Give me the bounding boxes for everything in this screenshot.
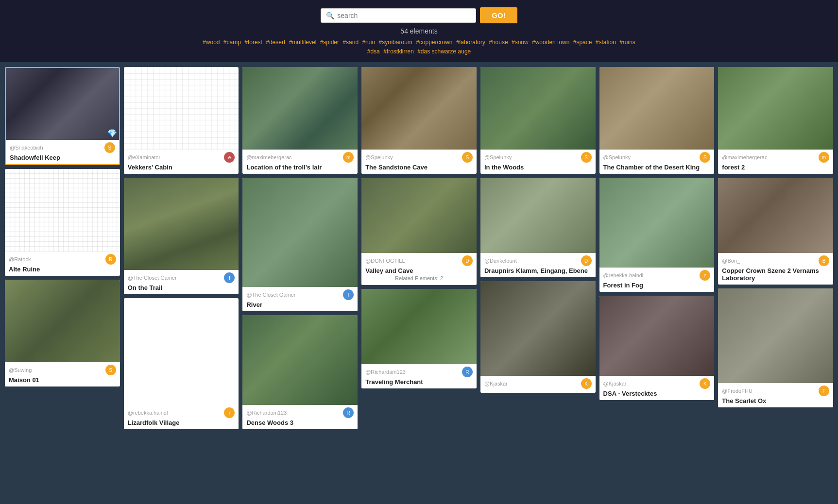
tag-forest[interactable]: #forest xyxy=(244,39,262,46)
author-name: @Richardam123 xyxy=(365,369,406,375)
card-title: Traveling Merchant xyxy=(365,378,473,386)
card-kjaskar[interactable]: @Kjaskar K xyxy=(480,281,596,393)
card-footer: @Richardam123 R Dense Woods 3 xyxy=(242,405,358,429)
tag-symbaroum[interactable]: #symbaroum xyxy=(378,39,412,46)
search-input[interactable] xyxy=(337,12,471,19)
card-author: @Bori_ B xyxy=(722,255,829,266)
search-bar: 🔍 GO! xyxy=(0,7,838,23)
column-5: @Spelunky S In the Woods @Dunkelbunt D xyxy=(480,67,596,429)
card-author: @rebekka.haindl r xyxy=(603,270,711,281)
tag-spider[interactable]: #spider xyxy=(320,39,339,46)
tag-desert[interactable]: #desert xyxy=(266,39,285,46)
tag-sand[interactable]: #sand xyxy=(342,39,359,46)
avatar: S xyxy=(105,365,116,375)
map-image-dsa xyxy=(599,296,715,376)
card-author: @Kjaskar K xyxy=(603,378,711,389)
card-alte-ruine[interactable]: @Ratock R Alte Ruine xyxy=(5,169,120,276)
gem-icon: 💎 xyxy=(107,129,117,138)
avatar: m xyxy=(343,152,354,163)
card-author: @FrodoFHU F xyxy=(722,386,829,396)
author-name: @Kjaskar xyxy=(484,381,508,386)
tag-ruins[interactable]: #ruins xyxy=(619,39,635,46)
author-name: @Kjaskar xyxy=(603,381,627,386)
author-name: @rebekka.haindl xyxy=(128,410,168,416)
tag-space[interactable]: #space xyxy=(573,39,592,46)
author-name: @rebekka.haindl xyxy=(603,272,644,278)
elements-count: 54 elements xyxy=(0,27,838,35)
card-draupnirs[interactable]: @Dunkelbunt D Draupnirs Klamm, Eingang, … xyxy=(480,178,596,277)
tag-coppercrown[interactable]: #coppercrown xyxy=(416,39,452,46)
map-image-chamber xyxy=(599,67,715,150)
tag-wooden-town[interactable]: #wooden town xyxy=(532,39,569,46)
card-shadowfell-keep[interactable]: ⤴ ♥ ⋯ 💎 @Snakeobich S Shadowfell Keep xyxy=(5,67,120,165)
tag-ruin[interactable]: #ruin xyxy=(362,39,375,46)
card-footer: @Kjaskar K xyxy=(480,376,596,393)
card-footer: @Spelunky S In the Woods xyxy=(480,150,596,174)
card-title: Maison 01 xyxy=(9,376,116,384)
tag-snow[interactable]: #snow xyxy=(512,39,529,46)
map-image-draupnirs xyxy=(480,178,596,253)
tag-multilevel[interactable]: #multilevel xyxy=(289,39,317,46)
card-forest-fog[interactable]: @rebekka.haindl r Forest in Fog xyxy=(599,178,715,292)
card-chamber-desert[interactable]: @Spelunky S The Chamber of the Desert Ki… xyxy=(599,67,715,174)
card-troll-lair[interactable]: @maximebergerac m Location of the troll'… xyxy=(242,67,358,174)
tag-das-schwarze-auge[interactable]: #das schwarze auge xyxy=(417,48,471,55)
card-valley-cave[interactable]: @DGNFOGTILL D Valley and Cave Related El… xyxy=(361,178,477,285)
map-image-valley xyxy=(361,178,477,253)
map-image-woods xyxy=(480,67,596,150)
go-button[interactable]: GO! xyxy=(480,7,517,23)
card-title: Forest in Fog xyxy=(603,282,711,289)
card-title: Lizardfolk Village xyxy=(128,419,235,426)
author-name: @maximebergerac xyxy=(246,154,291,160)
tag-wood[interactable]: #wood xyxy=(203,39,220,46)
card-river[interactable]: @The Closet Gamer T River xyxy=(242,178,358,311)
card-traveling-merchant[interactable]: @Richardam123 R Traveling Merchant xyxy=(361,289,477,388)
card-title: On the Trail xyxy=(128,284,235,291)
avatar: S xyxy=(104,142,115,153)
card-in-woods[interactable]: @Spelunky S In the Woods xyxy=(480,67,596,174)
card-author: @The Closet Gamer T xyxy=(246,289,354,300)
card-footer: @maximebergerac m forest 2 xyxy=(718,150,833,174)
card-dsa[interactable]: @Kjaskar K DSA - Verstecktes xyxy=(599,296,715,400)
card-scarlet-ox[interactable]: @FrodoFHU F The Scarlet Ox xyxy=(718,288,833,407)
author-name: @The Closet Gamer xyxy=(128,275,177,281)
tag-dsa[interactable]: #dsa xyxy=(367,48,380,55)
card-footer: @rebekka.haindl r Lizardfolk Village xyxy=(124,405,239,429)
author-name: @The Closet Gamer xyxy=(246,292,295,298)
card-author: @Richardam123 R xyxy=(246,407,354,418)
card-vekkers-cabin[interactable]: @eXaminator e Vekkers' Cabin xyxy=(124,67,239,174)
card-title: The Scarlet Ox xyxy=(722,397,829,404)
card-footer: @Spelunky S The Sandstone Cave xyxy=(361,150,477,174)
card-footer: @Kjaskar K DSA - Verstecktes xyxy=(599,376,715,400)
card-author: @maximebergerac m xyxy=(722,152,829,163)
card-on-trail[interactable]: @The Closet Gamer T On the Trail xyxy=(124,178,239,294)
tag-frostklirren[interactable]: #frostklirren xyxy=(383,48,414,55)
card-lizardfolk[interactable]: @rebekka.haindl r Lizardfolk Village xyxy=(124,298,239,429)
card-footer: @Ratock R Alte Ruine xyxy=(5,252,120,276)
avatar: S xyxy=(581,152,592,163)
avatar: m xyxy=(819,152,829,163)
tag-house[interactable]: #house xyxy=(489,39,508,46)
card-author: @rebekka.haindl r xyxy=(128,407,235,418)
card-maison-01[interactable]: @Suwing S Maison 01 xyxy=(5,280,120,386)
card-title: Shadowfell Keep xyxy=(10,154,115,161)
tag-camp[interactable]: #camp xyxy=(223,39,241,46)
map-image-scarlet xyxy=(718,288,833,383)
card-forest2[interactable]: @maximebergerac m forest 2 xyxy=(718,67,833,174)
map-image-vekkers xyxy=(124,67,239,150)
card-copper-crown[interactable]: @Bori_ B Copper Crown Szene 2 Vernams La… xyxy=(718,178,833,285)
card-sandstone-cave[interactable]: @Spelunky S The Sandstone Cave xyxy=(361,67,477,174)
column-7: @maximebergerac m forest 2 @Bori_ B xyxy=(718,67,833,429)
main-content: ⤴ ♥ ⋯ 💎 @Snakeobich S Shadowfell Keep xyxy=(0,62,838,434)
avatar: R xyxy=(105,254,116,265)
card-title: River xyxy=(246,301,354,308)
card-footer: @The Closet Gamer T River xyxy=(242,287,358,311)
tag-station[interactable]: #station xyxy=(596,39,616,46)
card-title: In the Woods xyxy=(484,164,592,171)
tag-laboratory[interactable]: #laboratory xyxy=(456,39,485,46)
avatar: B xyxy=(819,255,829,266)
avatar: K xyxy=(581,378,592,389)
card-author: @Dunkelbunt D xyxy=(484,255,592,266)
map-image-maison xyxy=(5,280,120,362)
card-dense-woods[interactable]: @Richardam123 R Dense Woods 3 xyxy=(242,315,358,429)
